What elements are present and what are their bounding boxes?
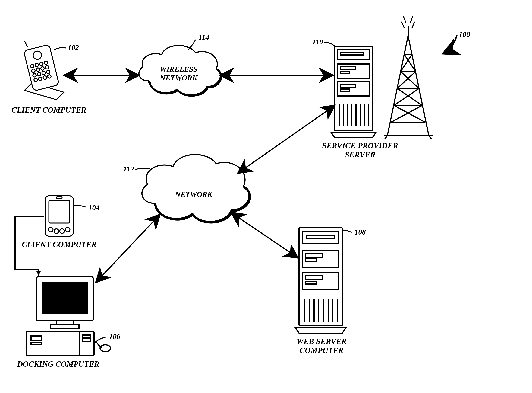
svg-point-4 (39, 62, 44, 66)
svg-point-14 (34, 78, 38, 82)
cloud-network-label: NETWORK (173, 190, 214, 199)
leader-110 (324, 42, 335, 46)
svg-rect-58 (340, 66, 355, 70)
svg-rect-20 (49, 201, 70, 223)
svg-point-8 (40, 66, 44, 71)
svg-line-83 (397, 88, 422, 105)
ref-110: 110 (312, 38, 323, 46)
svg-point-11 (37, 72, 41, 76)
ref-104: 104 (88, 203, 100, 212)
svg-point-21 (48, 227, 53, 232)
svg-line-86 (391, 105, 422, 122)
diagram-root: 100 WIRELESS NETWORK 114 NETWORK 112 CLI… (0, 0, 532, 393)
ref-106: 106 (109, 332, 120, 341)
link-network-spserver (238, 105, 335, 173)
svg-point-10 (33, 73, 37, 77)
link-docking-network (96, 215, 160, 282)
leader-114 (188, 39, 196, 50)
leader-102 (53, 48, 66, 50)
svg-rect-45 (306, 281, 317, 284)
caption-sp-server: SERVICE PROVIDER SERVER (319, 141, 401, 159)
caption-web-server: WEB SERVER COMPUTER (290, 337, 353, 355)
ref-100: 100 (459, 30, 470, 39)
svg-rect-41 (306, 253, 323, 257)
svg-rect-25 (56, 197, 62, 199)
svg-rect-59 (340, 71, 350, 74)
svg-line-84 (394, 88, 419, 105)
leader-108 (342, 230, 352, 232)
svg-rect-30 (83, 335, 90, 338)
device-client-phone (24, 41, 64, 100)
svg-point-6 (31, 69, 36, 73)
device-sp-server (331, 46, 376, 138)
svg-point-36 (100, 345, 111, 352)
svg-rect-33 (42, 282, 87, 313)
svg-point-5 (44, 61, 48, 65)
caption-client-phone: CLIENT COMPUTER (8, 105, 90, 114)
svg-line-71 (387, 36, 408, 136)
antenna-tower (384, 16, 433, 139)
svg-line-72 (408, 36, 429, 136)
svg-rect-44 (306, 276, 323, 280)
svg-point-7 (36, 68, 40, 72)
ref-arrow-100 (443, 35, 457, 54)
svg-point-3 (35, 63, 39, 67)
cloud-network (142, 155, 250, 222)
diagram-svg (0, 0, 532, 393)
leader-104 (74, 205, 86, 207)
svg-rect-28 (31, 343, 41, 345)
ref-108: 108 (354, 228, 366, 236)
svg-rect-56 (341, 52, 363, 55)
svg-rect-31 (83, 339, 90, 341)
link-network-webserver (231, 213, 298, 258)
device-docking-computer (26, 277, 111, 356)
cloud-wireless-label: WIRELESS NETWORK (159, 65, 198, 82)
svg-rect-61 (340, 84, 355, 88)
caption-docking: DOCKING COMPUTER (11, 359, 105, 368)
svg-line-85 (394, 105, 425, 122)
svg-point-22 (54, 229, 59, 233)
svg-point-17 (47, 74, 52, 79)
svg-point-13 (46, 70, 50, 74)
caption-client-pda: CLIENT COMPUTER (18, 240, 101, 249)
svg-rect-42 (306, 259, 317, 261)
svg-point-23 (60, 229, 64, 233)
device-web-server (295, 228, 346, 333)
svg-marker-90 (36, 271, 41, 276)
svg-rect-27 (31, 336, 41, 341)
svg-line-18 (25, 41, 27, 47)
ref-112: 112 (123, 165, 134, 173)
svg-point-9 (45, 65, 49, 69)
svg-rect-39 (306, 235, 335, 239)
device-client-pda (45, 196, 73, 236)
svg-point-24 (65, 227, 70, 232)
svg-point-15 (38, 77, 42, 81)
svg-point-12 (42, 71, 46, 75)
ref-102: 102 (68, 43, 79, 52)
svg-point-16 (43, 75, 47, 80)
svg-point-2 (30, 64, 34, 68)
leader-112 (135, 168, 150, 169)
ref-114: 114 (198, 33, 209, 42)
svg-rect-62 (340, 89, 350, 91)
svg-rect-35 (51, 325, 79, 329)
